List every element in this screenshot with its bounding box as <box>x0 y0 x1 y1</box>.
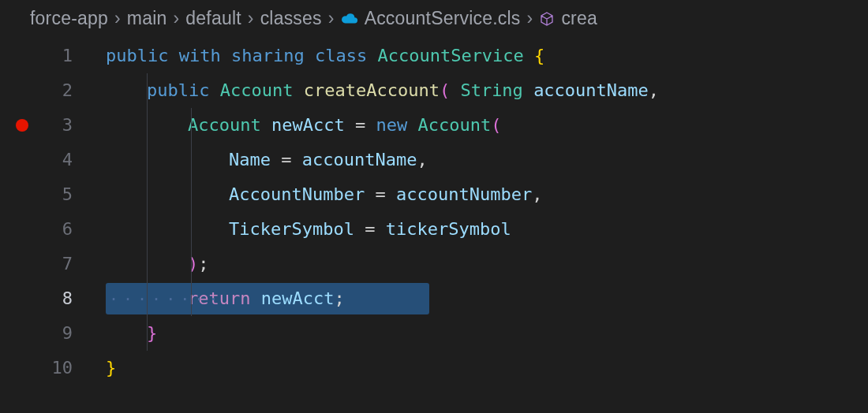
token-brace2: { <box>534 39 544 73</box>
token-brace: ( <box>440 73 450 108</box>
token-id: TickerSymbol <box>229 212 354 247</box>
token-kw: sharing <box>231 39 305 73</box>
token-brace: ( <box>491 108 501 143</box>
code-content[interactable]: public Account createAccount( String acc… <box>92 73 659 108</box>
code-line[interactable]: 8········return newAcct; <box>0 281 868 316</box>
token-id: newAcct <box>271 108 345 143</box>
token-punc: = <box>365 212 375 247</box>
token-brace2: } <box>106 351 116 385</box>
breadcrumb-item[interactable]: main <box>127 8 167 29</box>
line-number[interactable]: 4 <box>0 143 92 177</box>
code-content[interactable]: public with sharing class AccountService… <box>92 39 544 73</box>
breadcrumb-item[interactable]: crea <box>561 8 597 29</box>
line-number[interactable]: 10 <box>0 351 92 385</box>
token-type: Account <box>220 73 294 108</box>
breadcrumb-item[interactable]: AccountService.cls <box>365 8 521 29</box>
indent-guide <box>147 143 148 177</box>
token-punc: = <box>281 143 291 177</box>
token-type: String <box>460 73 522 108</box>
token-kw: with <box>179 39 221 73</box>
line-number[interactable]: 2 <box>0 73 92 108</box>
indent-guide <box>191 143 192 177</box>
code-content[interactable]: ········return newAcct; <box>92 281 345 316</box>
token-kw: class <box>315 39 367 73</box>
indent-guide <box>191 212 192 247</box>
token-id: AccountNumber <box>229 177 365 212</box>
code-line[interactable]: 4Name = accountName, <box>0 143 868 177</box>
cloud-icon <box>341 13 358 25</box>
code-content[interactable]: } <box>92 316 157 351</box>
indent-guide <box>147 316 148 351</box>
line-number[interactable]: 6 <box>0 212 92 247</box>
code-line[interactable]: 2public Account createAccount( String ac… <box>0 73 868 108</box>
code-line[interactable]: 6TickerSymbol = tickerSymbol <box>0 212 868 247</box>
token-punc: = <box>355 108 365 143</box>
line-number[interactable]: 9 <box>0 316 92 351</box>
token-id: accountName <box>302 143 417 177</box>
token-punc: , <box>649 73 659 108</box>
breadcrumb[interactable]: force-app › main › default › classes › A… <box>0 0 868 39</box>
chevron-right-icon: › <box>328 8 335 29</box>
code-line[interactable]: 10} <box>0 351 868 385</box>
token-punc: ; <box>334 281 344 316</box>
breadcrumb-item[interactable]: classes <box>260 8 322 29</box>
code-line[interactable]: 1public with sharing class AccountServic… <box>0 39 868 73</box>
token-punc: ; <box>198 247 208 281</box>
breadcrumb-item[interactable]: force-app <box>30 8 108 29</box>
indent-guide <box>191 108 192 143</box>
code-content[interactable]: Name = accountName, <box>92 143 428 177</box>
code-editor[interactable]: 1public with sharing class AccountServic… <box>0 39 868 385</box>
chevron-right-icon: › <box>527 8 533 29</box>
token-punc: , <box>417 143 427 177</box>
indent-guide <box>147 73 148 108</box>
line-number[interactable]: 8 <box>0 281 92 316</box>
token-id: tickerSymbol <box>386 212 511 247</box>
token-punc: = <box>375 177 385 212</box>
code-line[interactable]: 3Account newAcct = new Account( <box>0 108 868 143</box>
token-kw: public <box>106 39 168 73</box>
token-id: accountNumber <box>396 177 532 212</box>
token-kw: public <box>147 73 209 108</box>
token-id: newAcct <box>261 281 335 316</box>
code-content[interactable]: Account newAcct = new Account( <box>92 108 501 143</box>
indent-guide <box>147 247 148 281</box>
breakpoint-icon[interactable] <box>16 119 28 132</box>
chevron-right-icon: › <box>173 8 179 29</box>
code-content[interactable]: ); <box>92 247 209 281</box>
line-number[interactable]: 7 <box>0 247 92 281</box>
code-line[interactable]: 5AccountNumber = accountNumber, <box>0 177 868 212</box>
indent-guide <box>147 108 148 143</box>
indent-guide <box>147 177 148 212</box>
token-brace: } <box>147 316 157 351</box>
whitespace-indicator: ········ <box>109 281 223 316</box>
token-type: Account <box>417 108 491 143</box>
indent-guide <box>191 247 192 281</box>
breadcrumb-item[interactable]: default <box>185 8 241 29</box>
code-content[interactable]: AccountNumber = accountNumber, <box>92 177 542 212</box>
token-fn: createAccount <box>304 73 440 108</box>
code-line[interactable]: 9} <box>0 316 868 351</box>
token-type: Account <box>188 108 261 143</box>
indent-guide <box>191 177 192 212</box>
token-brace: ) <box>188 247 198 281</box>
indent-guide <box>147 212 148 247</box>
line-number[interactable]: 1 <box>0 39 92 73</box>
code-content[interactable]: TickerSymbol = tickerSymbol <box>92 212 511 247</box>
line-number[interactable]: 5 <box>0 177 92 212</box>
token-type: AccountService <box>377 39 523 73</box>
token-id: Name <box>229 143 271 177</box>
code-content[interactable]: } <box>92 351 116 385</box>
line-number[interactable]: 3 <box>0 108 92 143</box>
token-id: accountName <box>533 73 649 108</box>
code-line[interactable]: 7); <box>0 247 868 281</box>
token-punc: , <box>532 177 542 212</box>
cube-icon <box>539 11 555 27</box>
token-kw: new <box>376 108 407 143</box>
chevron-right-icon: › <box>114 8 121 29</box>
chevron-right-icon: › <box>248 8 254 29</box>
